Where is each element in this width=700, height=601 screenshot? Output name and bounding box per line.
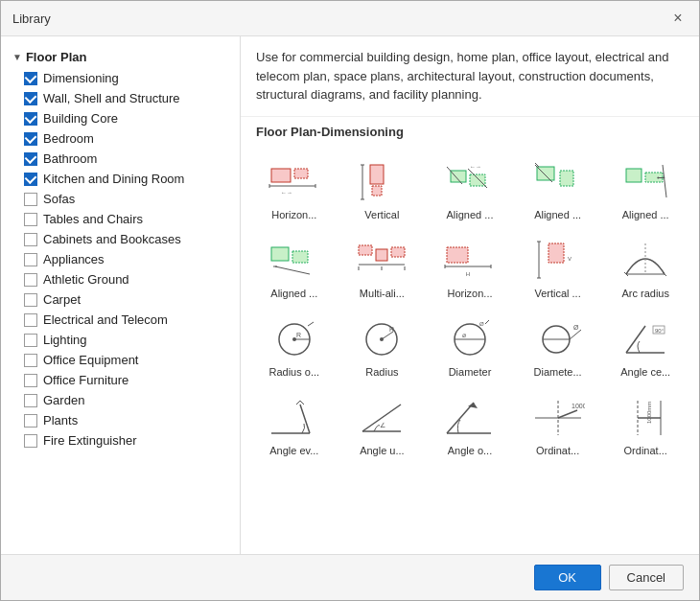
icon-img-ordinat1: 1000mm — [527, 395, 589, 441]
svg-line-53 — [308, 322, 314, 326]
tree-item-sofas[interactable]: Sofas — [16, 189, 232, 209]
tree-item-appliances[interactable]: Appliances — [16, 249, 232, 269]
svg-rect-6 — [370, 165, 384, 184]
checkbox-bedroom[interactable] — [24, 132, 37, 146]
tree-item-lighting[interactable]: Lighting — [16, 330, 232, 350]
checkbox-electrical-telecom[interactable] — [24, 313, 37, 327]
svg-rect-24 — [271, 247, 289, 261]
icon-img-aligned4 — [264, 238, 325, 284]
checkbox-office-equipment[interactable] — [24, 354, 37, 367]
icon-label-ordinat2: Ordinat... — [608, 445, 683, 456]
tree-group[interactable]: ▼ Floor Plan — [9, 46, 232, 68]
svg-text:1000mm: 1000mm — [572, 403, 585, 409]
svg-rect-40 — [548, 243, 564, 263]
tree-item-carpet[interactable]: Carpet — [16, 289, 232, 310]
svg-line-22 — [663, 165, 666, 197]
icon-img-horizon2: H — [439, 238, 501, 284]
icon-cell-vertical2[interactable]: V Vertical ... — [516, 229, 600, 304]
icon-label-vertical2: Vertical ... — [521, 288, 595, 299]
checkbox-wall-shell[interactable] — [24, 92, 37, 105]
svg-rect-7 — [372, 186, 382, 196]
cancel-button[interactable]: Cancel — [609, 565, 684, 590]
description-area: Use for commercial building design, home… — [241, 36, 699, 117]
checkbox-office-furniture[interactable] — [24, 374, 37, 387]
tree-item-garden[interactable]: Garden — [16, 390, 232, 410]
icon-cell-angle-ev[interactable]: Angle ev... — [252, 386, 337, 461]
tree-item-athletic-ground[interactable]: Athletic Ground — [16, 269, 232, 289]
icon-label-arc-radius: Arc radius — [608, 288, 683, 299]
svg-text:90°: 90° — [655, 328, 665, 334]
checkbox-plants[interactable] — [24, 414, 37, 428]
icon-cell-aligned1[interactable]: ←→ Aligned ... — [428, 150, 512, 225]
icon-cell-diameter[interactable]: ⌀ Ø Diameter — [428, 308, 512, 382]
title-bar: Library × — [1, 1, 699, 36]
checkbox-bathroom[interactable] — [24, 152, 37, 166]
tree-item-plants[interactable]: Plants — [16, 410, 232, 430]
icon-cell-horizon2[interactable]: H Horizon... — [428, 229, 512, 304]
tree-item-dimensioning[interactable]: Dimensioning — [16, 68, 232, 88]
icon-label-multi-ali: Multi-ali... — [345, 288, 420, 299]
icon-cell-diamete[interactable]: Ø Diamete... — [516, 308, 600, 382]
tree-item-label-carpet: Carpet — [43, 292, 81, 307]
checkbox-lighting[interactable] — [24, 334, 37, 347]
svg-text:R: R — [296, 332, 301, 338]
icon-label-angle-o: Angle o... — [432, 445, 507, 456]
checkbox-tables-chairs[interactable] — [24, 213, 37, 226]
icon-label-aligned4: Aligned ... — [257, 288, 332, 299]
icon-img-diameter: ⌀ Ø — [439, 316, 501, 362]
icon-cell-angle-o[interactable]: Angle o... — [428, 386, 512, 461]
checkbox-dimensioning[interactable] — [24, 72, 37, 85]
tree-item-office-equipment[interactable]: Office Equipment — [16, 350, 232, 370]
close-button[interactable]: × — [668, 9, 688, 28]
icon-cell-arc-radius[interactable]: Arc radius — [603, 229, 688, 304]
checkbox-carpet[interactable] — [24, 293, 37, 307]
tree-item-fire-ext[interactable]: Fire Extinguisher — [16, 430, 232, 451]
tree-item-label-bathroom: Bathroom — [43, 151, 97, 166]
icon-cell-multi-ali[interactable]: Multi-ali... — [340, 229, 425, 304]
icon-cell-angle-u[interactable]: ∠ Angle u... — [340, 386, 425, 461]
svg-text:R: R — [389, 326, 394, 333]
icon-cell-aligned2[interactable]: Aligned ... — [516, 150, 600, 225]
checkbox-cabinets-bookcases[interactable] — [24, 233, 37, 246]
checkbox-kitchen-dining[interactable] — [24, 173, 37, 186]
icon-img-multi-ali — [351, 238, 412, 284]
tree-item-office-furniture[interactable]: Office Furniture — [16, 370, 232, 390]
svg-text:⌀: ⌀ — [462, 332, 466, 338]
icon-cell-aligned4[interactable]: Aligned ... — [252, 229, 337, 304]
ok-button[interactable]: OK — [534, 565, 601, 590]
icon-cell-vertical1[interactable]: Vertical — [340, 150, 425, 225]
icon-cell-aligned3[interactable]: ⟵ Aligned ... — [603, 150, 688, 225]
checkbox-sofas[interactable] — [24, 193, 37, 206]
svg-text:Ø: Ø — [573, 324, 579, 331]
svg-line-61 — [485, 320, 489, 324]
svg-line-79 — [447, 403, 474, 433]
icon-label-angle-ev: Angle ev... — [257, 445, 332, 456]
icon-img-angle-o — [439, 395, 501, 441]
checkbox-appliances[interactable] — [24, 253, 37, 266]
icon-img-radius: R — [351, 316, 412, 362]
grid-area: ←→ Horizon... Vertical ←→ Aligned ... Al… — [241, 143, 699, 555]
tree-item-electrical-telecom[interactable]: Electrical and Telecom — [16, 310, 232, 330]
icon-cell-horizon1[interactable]: ←→ Horizon... — [252, 150, 337, 225]
icon-cell-radius[interactable]: R Radius — [340, 308, 425, 382]
svg-text:∠: ∠ — [380, 422, 385, 428]
icon-cell-angle-ce[interactable]: 90° Angle ce... — [603, 308, 688, 382]
tree-item-tables-chairs[interactable]: Tables and Chairs — [16, 209, 232, 229]
svg-text:1000mm: 1000mm — [646, 401, 652, 423]
svg-text:←→: ←→ — [470, 164, 481, 170]
icon-cell-radius-o[interactable]: R Radius o... — [252, 308, 337, 382]
dialog-title: Library — [12, 12, 51, 26]
icon-cell-ordinat1[interactable]: 1000mm Ordinat... — [516, 386, 600, 461]
checkbox-garden[interactable] — [24, 394, 37, 407]
checkbox-athletic-ground[interactable] — [24, 273, 37, 287]
checkbox-building-core[interactable] — [24, 112, 37, 126]
icon-cell-ordinat2[interactable]: 1000mm Ordinat... — [603, 386, 688, 461]
tree-item-bathroom[interactable]: Bathroom — [16, 149, 232, 169]
tree-item-building-core[interactable]: Building Core — [16, 108, 232, 128]
icon-img-diamete: Ø — [527, 316, 589, 362]
tree-item-cabinets-bookcases[interactable]: Cabinets and Bookcases — [16, 229, 232, 249]
tree-item-bedroom[interactable]: Bedroom — [16, 128, 232, 149]
tree-item-kitchen-dining[interactable]: Kitchen and Dining Room — [16, 169, 232, 189]
tree-item-wall-shell[interactable]: Wall, Shell and Structure — [16, 88, 232, 108]
checkbox-fire-ext[interactable] — [24, 434, 37, 448]
